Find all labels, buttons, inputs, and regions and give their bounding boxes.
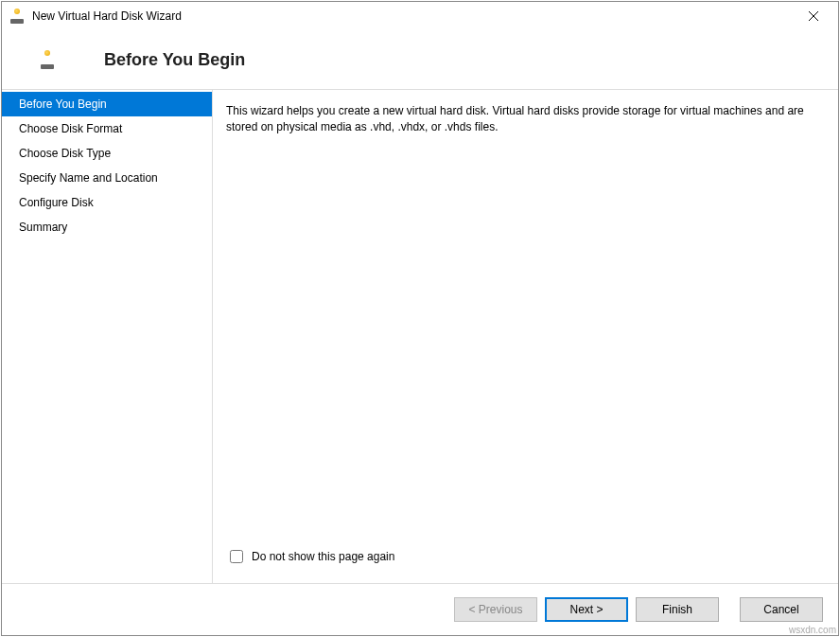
step-configure-disk[interactable]: Configure Disk <box>2 190 212 215</box>
skip-page-row: Do not show this page again <box>226 547 817 566</box>
content-area: Before You Begin Choose Disk Format Choo… <box>2 90 838 583</box>
window-title: New Virtual Hard Disk Wizard <box>32 9 793 23</box>
disk-wizard-icon <box>9 8 26 25</box>
wizard-steps-sidebar: Before You Begin Choose Disk Format Choo… <box>2 90 212 583</box>
skip-page-label[interactable]: Do not show this page again <box>252 550 394 563</box>
wizard-main-panel: This wizard helps you create a new virtu… <box>212 90 838 583</box>
step-before-you-begin[interactable]: Before You Begin <box>2 92 212 116</box>
wizard-header: Before You Begin <box>2 30 838 90</box>
watermark: wsxdn.com <box>789 625 836 635</box>
close-icon <box>809 11 818 21</box>
next-button[interactable]: Next > <box>545 597 628 622</box>
wizard-window: New Virtual Hard Disk Wizard Before You … <box>1 1 839 636</box>
skip-page-checkbox[interactable] <box>230 550 243 563</box>
wizard-description: This wizard helps you create a new virtu… <box>226 103 817 136</box>
titlebar: New Virtual Hard Disk Wizard <box>2 2 838 30</box>
step-choose-disk-type[interactable]: Choose Disk Type <box>2 141 212 166</box>
page-title: Before You Begin <box>104 50 245 70</box>
step-summary[interactable]: Summary <box>2 215 212 239</box>
disk-wizard-icon <box>40 49 61 70</box>
previous-button: < Previous <box>454 597 537 622</box>
step-specify-name-location[interactable]: Specify Name and Location <box>2 166 212 190</box>
finish-button[interactable]: Finish <box>636 597 719 622</box>
step-choose-disk-format[interactable]: Choose Disk Format <box>2 116 212 141</box>
wizard-footer: < Previous Next > Finish Cancel <box>2 583 838 635</box>
close-button[interactable] <box>793 3 834 29</box>
cancel-button[interactable]: Cancel <box>740 597 823 622</box>
